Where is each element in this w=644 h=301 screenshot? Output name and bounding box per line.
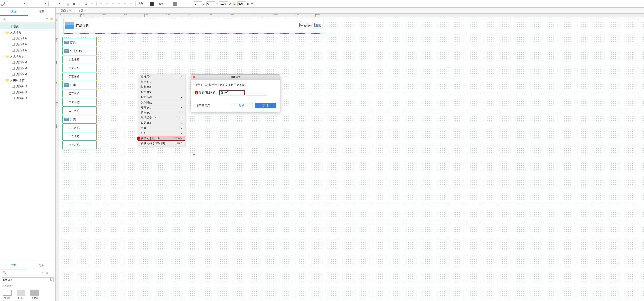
close-icon[interactable]: ×: [84, 9, 86, 12]
add-lib-icon[interactable]: +: [40, 271, 44, 275]
context-menu-item[interactable]: 顺序 (O)▶: [138, 105, 185, 110]
dont-show-checkbox[interactable]: 不再显示: [195, 104, 210, 108]
context-menu-item[interactable]: 粘贴选项▶: [138, 95, 185, 100]
selection-handle[interactable]: [62, 114, 63, 115]
tree-page[interactable]: 页面名称: [0, 65, 55, 71]
fill-swatch-empty[interactable]: [145, 2, 149, 6]
shape-widget[interactable]: 矩形2: [17, 290, 25, 300]
canvas-tab[interactable]: 页面名称×: [58, 8, 76, 13]
align-right-icon[interactable]: ≡: [111, 1, 116, 6]
selection-handle[interactable]: [96, 46, 97, 47]
tree-page[interactable]: 页面名称: [0, 83, 55, 89]
cancel-button[interactable]: 取消: [231, 103, 252, 108]
visibility-icon[interactable]: 👁: [250, 1, 255, 6]
selection-handle[interactable]: [325, 84, 326, 86]
context-menu-item[interactable]: 组合 (G)⌘G: [138, 110, 185, 115]
selection-handle[interactable]: [96, 131, 97, 133]
align-left-icon[interactable]: ≡: [99, 1, 104, 6]
weight-dropdown[interactable]: ▾: [28, 1, 47, 6]
mockup-sidebar-item[interactable]: 页面名称: [62, 72, 96, 81]
line-style-icon[interactable]: ⋯: [178, 1, 183, 6]
shape-widget[interactable]: 矩形3: [30, 290, 39, 300]
widget-search-input[interactable]: [6, 271, 40, 274]
lib-category[interactable]: 基本元件 ▾: [0, 283, 55, 289]
tree-folder[interactable]: ▼📁分类名称: [0, 29, 55, 35]
tab-pages[interactable]: 页面: [0, 8, 28, 15]
selection-handle[interactable]: [62, 46, 63, 47]
selection-handle[interactable]: [96, 114, 97, 115]
italic-icon[interactable]: I: [78, 1, 82, 6]
context-menu-item[interactable]: 粘贴 (P): [138, 89, 185, 95]
h-input[interactable]: [238, 1, 246, 6]
tree-folder[interactable]: ▼📁分类名称 (2): [0, 77, 55, 83]
selection-handle[interactable]: [62, 71, 63, 73]
line-color-swatch[interactable]: [173, 2, 177, 6]
tab-outline[interactable]: 概要: [28, 8, 56, 15]
line-weight-icon[interactable]: [166, 4, 172, 4]
lib-menu-icon[interactable]: ⋮: [50, 271, 54, 275]
selection-handle[interactable]: [62, 37, 63, 39]
mockup-sidebar-item[interactable]: 页面名称: [62, 64, 96, 72]
context-menu-item[interactable]: 剪切 (T): [138, 79, 185, 84]
mockup-header[interactable]: 产品名称 langzipm 退出: [63, 18, 324, 33]
selection-handle[interactable]: [62, 140, 63, 141]
selection-handle[interactable]: [96, 71, 97, 73]
selection-handle[interactable]: [62, 80, 63, 81]
valign-mid-icon[interactable]: ≡: [123, 1, 127, 6]
context-menu-item[interactable]: 1转换为母版 (M)⌥⇧⌘M: [138, 136, 185, 141]
context-menu-item[interactable]: 设为隐藏: [138, 100, 185, 105]
w-input[interactable]: [219, 1, 228, 6]
tree-page[interactable]: 页面名称: [0, 95, 55, 101]
tree-page[interactable]: 页面名称: [0, 47, 55, 53]
shape-widget[interactable]: 矩形1: [3, 290, 12, 300]
bold-icon[interactable]: B: [72, 1, 76, 6]
close-icon[interactable]: ×: [72, 9, 74, 12]
mockup-sidebar[interactable]: 首页分类名称页面名称页面名称页面名称分类页面名称页面名称页面名称分类页面名称页面…: [62, 38, 96, 149]
add-folder-icon[interactable]: 📁: [50, 17, 54, 21]
context-menu-item[interactable]: 锁定 (K)▶: [138, 120, 185, 125]
lib-view-icon[interactable]: ⧉: [45, 271, 49, 275]
mockup-sidebar-item[interactable]: 页面名称: [62, 98, 96, 106]
tree-page[interactable]: 页面名称: [0, 71, 55, 77]
valign-bot-icon[interactable]: ≡: [129, 1, 133, 6]
mockup-sidebar-item[interactable]: 页面名称: [62, 124, 96, 132]
mockup-sidebar-item[interactable]: 首页: [62, 38, 96, 47]
mockup-sidebar-item[interactable]: 分类名称: [62, 47, 96, 55]
context-menu-item[interactable]: 选择元件▶: [138, 74, 185, 79]
tree-page[interactable]: 页面名称: [0, 59, 55, 65]
selection-handle[interactable]: [62, 123, 63, 124]
selection-handle[interactable]: [96, 123, 97, 124]
mockup-sidebar-item[interactable]: 页面名称: [62, 55, 96, 64]
mockup-sidebar-item[interactable]: 页面名称: [62, 89, 96, 98]
selection-handle[interactable]: [96, 63, 97, 64]
selection-handle[interactable]: [96, 37, 97, 39]
underline-icon[interactable]: U: [84, 1, 88, 6]
x-input[interactable]: [194, 1, 202, 6]
selection-handle[interactable]: [96, 97, 97, 98]
text-color-icon[interactable]: A: [66, 1, 70, 6]
selection-handle[interactable]: [96, 140, 97, 141]
close-icon[interactable]: [192, 76, 195, 78]
selection-handle[interactable]: [62, 131, 63, 133]
context-menu-item[interactable]: 取消组合 (U)⇧⌘G: [138, 115, 185, 120]
selection-handle[interactable]: [96, 106, 97, 107]
add-page-icon[interactable]: ⊞: [45, 17, 49, 21]
tab-masters[interactable]: 母版: [28, 261, 56, 269]
context-menu-item[interactable]: 转换为动态面板 (D)⌥⇧⌘D: [138, 141, 185, 146]
valign-top-icon[interactable]: ≡: [117, 1, 121, 6]
lock-icon[interactable]: 🔒: [233, 2, 236, 5]
selection-handle[interactable]: [62, 54, 63, 56]
tree-folder[interactable]: ▼📁分类名称 (1): [0, 53, 55, 59]
y-input[interactable]: [206, 1, 215, 6]
continue-button[interactable]: 继续: [255, 103, 276, 108]
master-name-input[interactable]: [219, 90, 245, 95]
selection-handle[interactable]: [62, 106, 63, 107]
fill-swatch-dark[interactable]: [150, 2, 154, 6]
mockup-sidebar-item[interactable]: 页面名称: [62, 106, 96, 115]
selection-handle[interactable]: [96, 89, 97, 90]
canvas[interactable]: 产品名称 langzipm 退出 首页分类名称页面名称页面名称页面名称分类页面名…: [59, 17, 644, 301]
tree-page[interactable]: 页面名称: [0, 41, 55, 47]
tree-page[interactable]: 首页: [0, 23, 55, 29]
mockup-sidebar-item[interactable]: 页面名称: [62, 141, 96, 149]
selection-handle[interactable]: [193, 153, 195, 155]
